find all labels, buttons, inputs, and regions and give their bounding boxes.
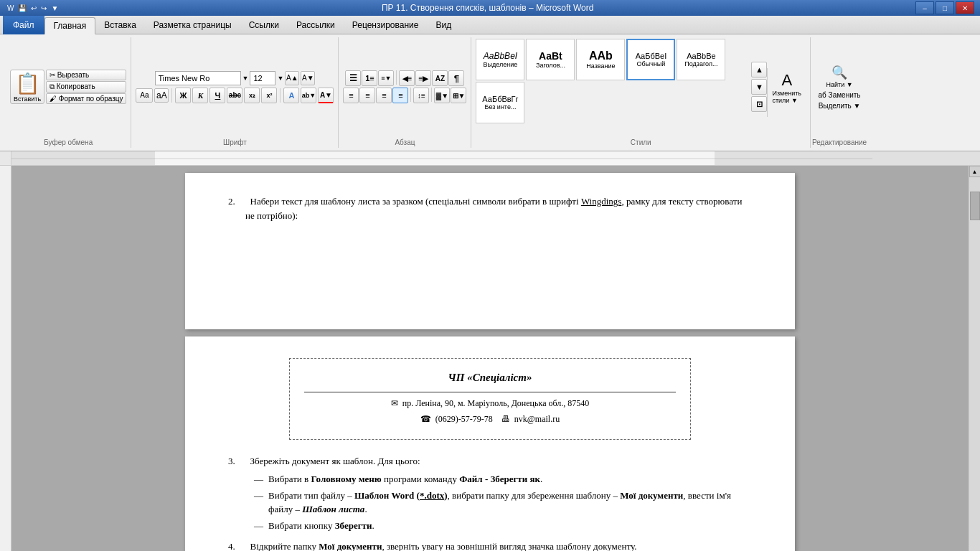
phone-icon: ☎ [420,414,431,424]
align-center-button[interactable]: ≡ [359,88,375,103]
select-button[interactable]: Выделить ▼ [819,102,861,110]
text-effects-button[interactable]: A [283,88,299,103]
list-item-2: 2. Набери текст для шаблону листа за зра… [228,194,752,222]
find-icon: 🔍 [831,65,847,80]
tab-home[interactable]: Главная [44,17,96,34]
change-style-button[interactable]: Изменитьстили ▼ [772,90,801,104]
text-highlight-button[interactable]: ab▼ [301,88,316,103]
style-название[interactable]: AAb Название [576,39,625,80]
multilevel-list-button[interactable]: ≡▼ [378,70,394,86]
quick-access-toolbar: W 💾 ↩ ↪ ▼ [6,4,60,12]
style-выделение[interactable]: AaBbВеI Выделение [476,39,524,80]
format-copy-button[interactable]: 🖌 Формат по образцу [46,93,126,104]
sub-item-3-3: — Вибрати кнопку Зберегти. [254,519,752,533]
italic-button[interactable]: К [192,88,208,103]
tab-insert[interactable]: Вставка [95,17,145,34]
change-style-area: A Изменитьстили ▼ [767,68,806,117]
style-подзаголовок[interactable]: AaBbВе Подзагол... [677,39,725,80]
maximize-button[interactable]: □ [936,1,954,14]
redo-quick-btn[interactable]: ↪ [39,4,48,12]
sub-item-3-2: — Вибрати тип файлу – Шаблон Word (*.dot… [254,489,752,517]
strikethrough-button[interactable]: abc [227,88,242,103]
style-обычный[interactable]: АаБбВеI Обычный [626,39,675,80]
item-content-3: Збережіть документ як шаблон. Для цього: [245,454,752,468]
paste-label: Вставить [14,95,41,103]
scroll-up-button[interactable]: ▲ [969,166,981,177]
find-button[interactable]: 🔍 Найти ▼ [826,65,853,88]
tab-page-layout[interactable]: Разметка страницы [145,17,240,34]
font-size-dropdown[interactable]: ▼ [277,75,283,82]
replace-label: aб Заменить [819,91,861,99]
minimize-button[interactable]: – [915,1,934,14]
group-font: ▼ ▼ A▲ A▼ Aa aA Ж К Ч abc x₂ x² [131,37,339,148]
group-editing: 🔍 Найти ▼ aб Заменить Выделить ▼ Редакти… [811,37,868,148]
font-shrink-button[interactable]: A▼ [301,71,315,85]
numbering-button[interactable]: 1≡ [362,70,377,86]
line-spacing-button[interactable]: ↕≡ [413,88,429,103]
align-right-button[interactable]: ≡ [376,88,392,103]
bold-button[interactable]: Ж [175,88,191,103]
scroll-track[interactable] [969,177,980,551]
clear-format-button[interactable]: Aa [136,88,153,103]
para-sep2 [410,88,411,102]
show-formatting-button[interactable]: ¶ [448,70,464,86]
superscript-button[interactable]: x² [261,88,277,103]
style-без-интервала-preview: АаБбВвГг [482,95,518,103]
save-quick-btn[interactable]: 💾 [17,4,28,12]
font-name-input[interactable] [155,71,241,85]
font-size-input[interactable] [250,71,275,85]
ribbon-tab-bar: Файл Главная Вставка Разметка страницы С… [0,16,980,34]
replace-button[interactable]: aб Заменить [819,91,861,99]
borders-button[interactable]: ⊞▼ [451,88,466,103]
item-content-4: Відкрийте папку Мої документи, зверніть … [245,540,752,551]
editing-label: Редактирование [811,138,868,146]
change-case-button[interactable]: aA [154,88,169,103]
tab-mailings[interactable]: Рассылки [288,17,344,34]
styles-content: AaBbВеI Выделение AaBt Заголов... AAb На… [476,39,767,146]
font-sep1 [171,88,172,103]
sort-button[interactable]: AZ [432,70,448,86]
doc-page-1-partial: 2. Набери текст для шаблону листа за зра… [185,173,795,329]
scroll-thumb[interactable] [970,192,980,220]
justify-button[interactable]: ≡ [392,88,408,103]
paragraph-label: Абзац [339,138,471,146]
list-item-3: 3. Збережіть документ як шаблон. Для цьо… [228,454,752,468]
bullets-button[interactable]: ☰ [345,70,361,86]
underline-button[interactable]: Ч [209,88,225,103]
paste-button[interactable]: 📋 Вставить [10,70,44,104]
style-заголовок[interactable]: AaBt Заголов... [526,39,575,80]
dash-3: — [254,519,268,533]
close-button[interactable]: ✕ [956,1,974,14]
align-left-button[interactable]: ≡ [343,88,359,103]
subscript-button[interactable]: x₂ [244,88,260,103]
decrease-indent-button[interactable]: ◀≡ [399,70,415,86]
tab-references[interactable]: Ссылки [240,17,288,34]
font-grow-button[interactable]: A▲ [285,71,299,85]
style-обычный-preview: АаБбВеI [636,52,667,60]
styles-label: Стили [471,138,810,146]
ruler [0,151,980,166]
ruler-corner [0,151,11,166]
increase-indent-button[interactable]: ≡▶ [415,70,431,86]
para-sep3 [431,88,432,102]
tab-view[interactable]: Вид [427,17,460,34]
tab-file[interactable]: Файл [3,16,44,34]
styles-more[interactable]: ⊡ [751,96,767,112]
font-color-button[interactable]: A▼ [318,88,334,103]
qat-dropdown[interactable]: ▼ [50,4,60,12]
document-viewport[interactable]: 2. Набери текст для шаблону листа за зра… [11,166,969,551]
sub-content-3-2: Вибрати тип файлу – Шаблон Word (*.dotx)… [268,489,752,517]
email-text: nvk@mail.ru [514,414,560,424]
undo-quick-btn[interactable]: ↩ [29,4,38,12]
right-scrollbar: ▲ ▼ [969,166,980,551]
styles-scroll-up[interactable]: ▲ [751,62,767,77]
styles-scroll: ▲ ▼ ⊡ [751,61,767,113]
cut-button[interactable]: ✂ Вырезать [46,70,126,80]
copy-button[interactable]: ⧉ Копировать [46,81,126,93]
styles-scroll-down[interactable]: ▼ [751,79,767,95]
tab-review[interactable]: Рецензирование [344,17,428,34]
shading-button[interactable]: ▓▼ [434,88,450,103]
style-без-интервала[interactable]: АаБбВвГг Без инте... [476,82,524,123]
doc-page-2[interactable]: ЧП «Спеціаліст» ✉ пр. Леніна, 90, м. Мар… [185,336,795,551]
font-name-dropdown[interactable]: ▼ [242,75,249,82]
